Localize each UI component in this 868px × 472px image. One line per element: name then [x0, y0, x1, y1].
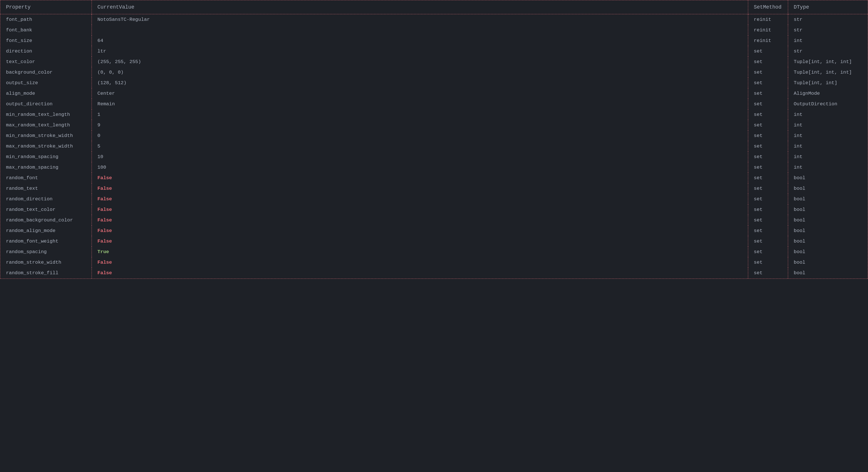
table-row: random_align_modeFalsesetbool — [0, 226, 868, 236]
cell-property: random_font — [0, 173, 92, 183]
cell-setmethod: set — [748, 57, 788, 67]
cell-setmethod: set — [748, 173, 788, 183]
cell-dtype: str — [788, 46, 868, 57]
data-table-container: Property CurrentValue SetMethod DType fo… — [0, 0, 868, 279]
cell-setmethod: set — [748, 215, 788, 226]
table-row: random_directionFalsesetbool — [0, 194, 868, 204]
cell-value — [92, 25, 748, 35]
cell-dtype: str — [788, 14, 868, 25]
cell-dtype: int — [788, 162, 868, 173]
cell-dtype: Tuple[int, int] — [788, 78, 868, 88]
cell-value: False — [92, 204, 748, 215]
cell-dtype: Tuple[int, int, int] — [788, 57, 868, 67]
table-row: text_color(255, 255, 255)setTuple[int, i… — [0, 57, 868, 67]
cell-value: Center — [92, 88, 748, 99]
cell-value: NotoSansTC-Regular — [92, 14, 748, 25]
cell-dtype: int — [788, 109, 868, 120]
cell-value: 64 — [92, 35, 748, 46]
cell-property: random_stroke_fill — [0, 268, 92, 278]
cell-setmethod: set — [748, 141, 788, 151]
table-row: random_spacingTruesetbool — [0, 246, 868, 257]
properties-table: Property CurrentValue SetMethod DType fo… — [0, 0, 868, 278]
cell-dtype: int — [788, 151, 868, 162]
cell-property: output_size — [0, 78, 92, 88]
cell-value: False — [92, 226, 748, 236]
cell-dtype: bool — [788, 215, 868, 226]
cell-dtype: int — [788, 120, 868, 130]
cell-value: False — [92, 194, 748, 204]
table-row: min_random_stroke_width0setint — [0, 130, 868, 141]
cell-property: font_path — [0, 14, 92, 25]
cell-value: ltr — [92, 46, 748, 57]
cell-property: random_font_weight — [0, 236, 92, 246]
cell-dtype: OutputDirection — [788, 99, 868, 109]
table-body: font_pathNotoSansTC-Regularreinitstrfont… — [0, 14, 868, 279]
cell-setmethod: reinit — [748, 25, 788, 35]
table-row: random_fontFalsesetbool — [0, 173, 868, 183]
table-row: min_random_text_length1setint — [0, 109, 868, 120]
cell-setmethod: set — [748, 67, 788, 78]
table-row: font_bankreinitstr — [0, 25, 868, 35]
cell-property: random_spacing — [0, 246, 92, 257]
cell-dtype: bool — [788, 204, 868, 215]
table-row: directionltrsetstr — [0, 46, 868, 57]
table-row: background_color(0, 0, 0)setTuple[int, i… — [0, 67, 868, 78]
cell-setmethod: set — [748, 204, 788, 215]
cell-setmethod: set — [748, 183, 788, 194]
table-row: random_background_colorFalsesetbool — [0, 215, 868, 226]
table-row: random_textFalsesetbool — [0, 183, 868, 194]
table-row: align_modeCentersetAlignMode — [0, 88, 868, 99]
header-current-value: CurrentValue — [92, 0, 748, 14]
cell-dtype: bool — [788, 173, 868, 183]
cell-dtype: bool — [788, 194, 868, 204]
table-row: min_random_spacing10setint — [0, 151, 868, 162]
cell-property: random_text_color — [0, 204, 92, 215]
cell-property: font_size — [0, 35, 92, 46]
cell-property: direction — [0, 46, 92, 57]
header-property: Property — [0, 0, 92, 14]
cell-property: random_background_color — [0, 215, 92, 226]
cell-setmethod: set — [748, 130, 788, 141]
cell-setmethod: reinit — [748, 14, 788, 25]
cell-dtype: bool — [788, 268, 868, 278]
cell-value: False — [92, 173, 748, 183]
cell-dtype: bool — [788, 226, 868, 236]
cell-dtype: str — [788, 25, 868, 35]
cell-value: 100 — [92, 162, 748, 173]
cell-property: max_random_spacing — [0, 162, 92, 173]
cell-property: random_text — [0, 183, 92, 194]
cell-setmethod: set — [748, 236, 788, 246]
cell-property: random_align_mode — [0, 226, 92, 236]
cell-value: 1 — [92, 109, 748, 120]
cell-setmethod: set — [748, 246, 788, 257]
cell-value: False — [92, 257, 748, 268]
cell-dtype: int — [788, 35, 868, 46]
cell-property: random_direction — [0, 194, 92, 204]
table-row: output_directionRemainsetOutputDirection — [0, 99, 868, 109]
cell-property: background_color — [0, 67, 92, 78]
cell-property: output_direction — [0, 99, 92, 109]
cell-setmethod: set — [748, 120, 788, 130]
cell-property: align_mode — [0, 88, 92, 99]
cell-value: True — [92, 246, 748, 257]
cell-property: min_random_text_length — [0, 109, 92, 120]
cell-dtype: int — [788, 141, 868, 151]
table-row: font_pathNotoSansTC-Regularreinitstr — [0, 14, 868, 25]
table-row: output_size(128, 512)setTuple[int, int] — [0, 78, 868, 88]
cell-dtype: Tuple[int, int, int] — [788, 67, 868, 78]
cell-value: False — [92, 183, 748, 194]
cell-value: (128, 512) — [92, 78, 748, 88]
cell-property: min_random_stroke_width — [0, 130, 92, 141]
table-row: max_random_text_length9setint — [0, 120, 868, 130]
cell-setmethod: set — [748, 194, 788, 204]
cell-setmethod: set — [748, 162, 788, 173]
table-row: max_random_spacing100setint — [0, 162, 868, 173]
cell-property: random_stroke_width — [0, 257, 92, 268]
cell-setmethod: reinit — [748, 35, 788, 46]
cell-property: text_color — [0, 57, 92, 67]
cell-setmethod: set — [748, 257, 788, 268]
cell-setmethod: set — [748, 151, 788, 162]
cell-dtype: bool — [788, 236, 868, 246]
table-row: max_random_stroke_width5setint — [0, 141, 868, 151]
cell-value: False — [92, 215, 748, 226]
